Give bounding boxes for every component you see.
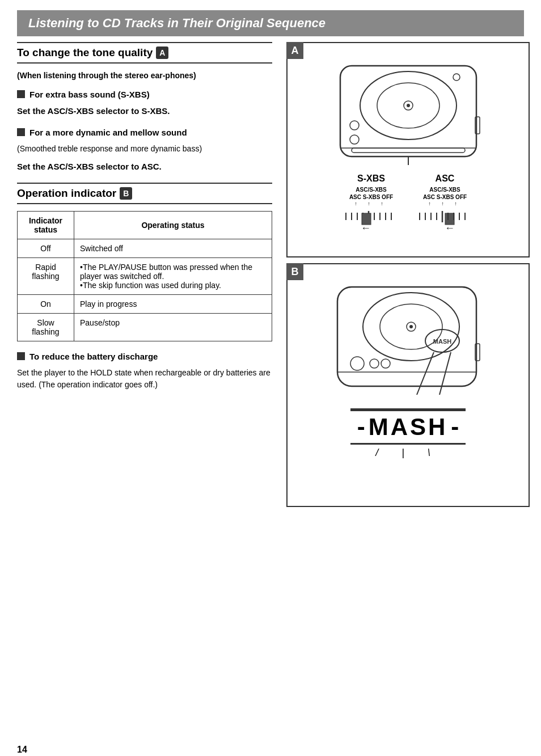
bullet-battery: To reduce the battery discharge xyxy=(17,350,272,362)
operating-status-cell: Switched off xyxy=(74,239,272,257)
indicator-status-cell: Off xyxy=(18,239,74,257)
svg-point-8 xyxy=(350,135,359,144)
svg-text:←: ← xyxy=(361,222,371,233)
asc-label: ASC xyxy=(436,174,455,184)
operating-status-cell: Pause/stop xyxy=(74,313,272,341)
selector-section: S-XBS ASC/S-XBS ASC S-XBS OFF ↑ ↑ ↑ xyxy=(293,174,523,233)
svg-line-46 xyxy=(417,352,434,395)
tone-title: To change the tone quality xyxy=(17,47,153,59)
indicator-section-header: Operation indicator B xyxy=(17,183,272,204)
svg-point-42 xyxy=(370,359,379,368)
svg-rect-34 xyxy=(337,287,476,386)
svg-text:MASH: MASH xyxy=(433,338,451,345)
page: Listening to CD Tracks in Their Original… xyxy=(0,10,541,756)
indicator-table: Indicator status Operating status OffSwi… xyxy=(17,211,272,341)
svg-point-43 xyxy=(381,359,390,368)
indicator-title: Operation indicator xyxy=(17,187,116,200)
page-number: 14 xyxy=(17,745,27,755)
tone-subtitle: (When listening through the stereo ear-p… xyxy=(17,70,272,82)
mash-footer: / | \ xyxy=(375,447,441,459)
bullet-dynamic-label: For a more dynamic and mellow sound xyxy=(29,126,187,138)
page-title: Listening to CD Tracks in Their Original… xyxy=(28,16,513,31)
indicator-status-cell: Slow flashing xyxy=(18,313,74,341)
bullet-sxbs: For extra bass sound (S-XBS) xyxy=(17,88,272,100)
table-col2: Operating status xyxy=(74,211,272,239)
battery-title: To reduce the battery discharge xyxy=(29,350,158,362)
indicator-badge: B xyxy=(120,187,132,200)
panel-b-label: B xyxy=(286,263,303,280)
svg-point-7 xyxy=(350,121,359,130)
indicator-status-cell: Rapid flashing xyxy=(18,257,74,294)
asc-selector: ASC ASC/S-XBS ASC S-XBS OFF ↑ ↑ ↑ xyxy=(414,174,476,233)
svg-point-5 xyxy=(453,74,460,81)
bullet-square-2 xyxy=(17,128,25,136)
mash-player-illustration: MASH xyxy=(329,281,488,406)
panel-a-label: A xyxy=(286,42,303,59)
table-row: OnPlay in progress xyxy=(18,294,272,313)
battery-section: To reduce the battery discharge Set the … xyxy=(17,350,272,391)
left-column: To change the tone quality A (When liste… xyxy=(6,36,278,513)
bullet-square-1 xyxy=(17,90,25,98)
asc-sublabel: ASC/S-XBS ASC S-XBS OFF ↑ ↑ ↑ xyxy=(423,186,467,208)
svg-text:←: ← xyxy=(445,222,455,233)
table-row: Rapid flashing•The PLAY/PAUSE button was… xyxy=(18,257,272,294)
sxbs-selector: S-XBS ASC/S-XBS ASC S-XBS OFF ↑ ↑ ↑ xyxy=(340,174,403,233)
svg-point-38 xyxy=(409,325,413,328)
operating-status-cell: •The PLAY/PAUSE button was pressed when … xyxy=(74,257,272,294)
mash-text: MASH xyxy=(369,413,448,441)
sxbs-sublabel: ASC/S-XBS ASC S-XBS OFF ↑ ↑ ↑ xyxy=(349,186,393,208)
svg-point-4 xyxy=(407,104,410,107)
cd-player-illustration xyxy=(335,60,482,168)
sxbs-label: S-XBS xyxy=(357,174,385,184)
tone-sub2: (Smoothed treble response and more dynam… xyxy=(17,143,272,155)
panel-b: B MASH xyxy=(286,263,530,507)
mash-banner: - MASH - xyxy=(350,408,466,445)
battery-text: Set the player to the HOLD state when re… xyxy=(17,367,272,391)
right-column: A xyxy=(284,36,535,513)
table-row: Slow flashingPause/stop xyxy=(18,313,272,341)
bullet-square-battery xyxy=(17,352,25,360)
bullet-dynamic: For a more dynamic and mellow sound xyxy=(17,126,272,138)
svg-line-47 xyxy=(439,352,451,395)
panel-a: A xyxy=(286,42,530,257)
table-col1: Indicator status xyxy=(18,211,74,239)
instruction-asc: Set the ASC/S-XBS selector to ASC. xyxy=(17,161,272,174)
svg-point-41 xyxy=(350,357,364,370)
mash-left-dash: - xyxy=(357,413,365,441)
operating-status-cell: Play in progress xyxy=(74,294,272,313)
table-row: OffSwitched off xyxy=(18,239,272,257)
instruction-sxbs: Set the ASC/S-XBS selector to S-XBS. xyxy=(17,105,272,118)
svg-rect-6 xyxy=(352,148,465,153)
mash-right-dash: - xyxy=(451,413,459,441)
bullet-sxbs-label: For extra bass sound (S-XBS) xyxy=(29,88,150,100)
indicator-status-cell: On xyxy=(18,294,74,313)
tone-badge: A xyxy=(156,47,168,59)
sxbs-slider-svg: ← xyxy=(340,210,403,233)
mash-display: - MASH - / | \ xyxy=(350,408,466,459)
tone-section-header: To change the tone quality A xyxy=(17,42,272,64)
asc-slider-svg: ← xyxy=(414,210,476,233)
page-header: Listening to CD Tracks in Their Original… xyxy=(17,10,524,36)
main-content: To change the tone quality A (When liste… xyxy=(0,36,541,513)
